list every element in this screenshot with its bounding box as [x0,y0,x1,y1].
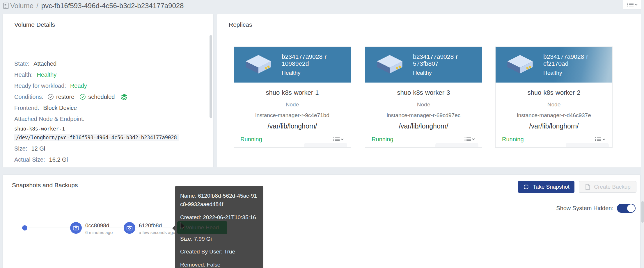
take-snapshot-button[interactable]: Take Snapshot [518,181,574,193]
replica-status: Running [372,136,393,143]
replica-actions-menu-button[interactable] [464,137,476,142]
snapshot-node[interactable] [124,222,135,234]
replica-name: b234177a9028-r-10989e2d [282,53,351,67]
page-scrollbar-track[interactable] [641,0,644,268]
divider [11,203,632,203]
tooltip-removed: Removed: False [180,261,258,268]
replica-disk-path: /var/lib/longhorn/ [365,122,482,130]
snapshots-panel: Snapshots and Backups Take Snapshot Crea… [2,174,641,268]
replica-menu-hover-bg [435,143,478,147]
breadcrumb-volume-name: pvc-fb16f593-496d-4c56-b3d2-b234177a9028 [41,2,184,10]
toggle-knob [627,204,635,212]
replica-instance-manager: instance-manager-r-69cd97ec [365,112,482,119]
condition-scheduled-label: scheduled [88,94,115,100]
replica-node-type: Node [365,101,482,108]
actual-size-value: 16.2 Gi [49,156,68,163]
disk-icon [375,54,404,75]
replica-card-header: b234177a9028-r-573fb807 Healthy [365,47,482,83]
snapshot-time-ago: a few seconds ago [139,230,175,235]
replica-node: shuo-k8s-worker-1 [234,89,351,97]
replica-card: b234177a9028-r-cf2170ad Healthy shuo-k8s… [495,47,613,148]
size-label: Size: [14,145,27,152]
disk-icon [505,54,535,75]
check-circle-icon [79,94,86,100]
replica-instance-manager: instance-manager-r-9c4e71bd [234,112,351,119]
replica-disk-path: /var/lib/longhorn/ [234,122,351,130]
health-value: Healthy [37,72,56,78]
take-snapshot-label: Take Snapshot [533,184,570,190]
replica-actions-menu-button[interactable] [333,137,344,142]
replica-status: Running [240,136,262,143]
check-circle-icon [47,94,54,100]
detail-row-endpoint-label: Attached Node & Endpoint: [14,113,205,124]
replica-health: Healthy [413,70,482,76]
list-caret-icon [333,137,344,142]
replica-health: Healthy [282,70,351,76]
create-backup-button[interactable]: Create Backup [579,181,636,193]
endpoint-node: shuo-k8s-worker-1 [14,124,205,133]
list-caret-icon [464,137,476,142]
replica-actions-menu-button[interactable] [594,137,606,142]
snapshot-name: 0cc8098d [85,222,109,229]
detail-row-health: Health: Healthy [14,69,205,80]
snapshot-tooltip: Name: 6120fb8d-562d-45ac-91c8-9932aaed48… [175,186,263,268]
replicas-title: Replicas [229,21,252,28]
frontend-value: Block Device [43,105,77,111]
show-system-hidden-row: Show System Hidden: [556,204,636,213]
replica-menu-hover-bg [566,143,609,147]
detail-row-data-locality: Data Locality: disabled [14,165,205,168]
snapshot-name: 6120fb8d [139,222,162,229]
detail-row-frontend: Frontend: Block Device [14,102,205,113]
tooltip-arrow [172,226,175,231]
condition-restore[interactable]: restore [47,94,74,100]
health-label: Health: [14,72,33,78]
ready-value: Ready [70,83,87,89]
camera-icon [126,225,133,231]
layers-icon[interactable] [121,93,128,100]
endpoint-device: /dev/longhorn/pvc-fb16f593-496d-4c56-b3d… [14,133,205,142]
list-caret-icon [594,137,606,142]
show-system-hidden-label: Show System Hidden: [556,205,613,212]
condition-restore-label: restore [56,94,74,100]
breadcrumb-section[interactable]: Volume [10,2,33,10]
page-scrollbar-thumb[interactable] [641,201,644,223]
replica-status: Running [502,136,524,143]
replica-card-footer: Running [234,131,351,147]
snapshot-node[interactable] [70,222,82,234]
timeline-start-dot [22,225,27,231]
tooltip-name: Name: 6120fb8d-562d-45ac-91c8-9932aaed48… [180,192,258,209]
detail-row-size: Size: 12 Gi [14,143,205,154]
mouse-cursor [180,222,187,232]
replica-card-footer: Running [365,131,482,147]
backup-file-icon [585,184,590,190]
volume-details-title: Volume Details [14,21,55,28]
volume-details-panel: Volume Details State: Attached Health: H… [2,14,214,168]
detail-row-state: State: Attached [14,58,205,69]
replica-health: Healthy [543,70,612,76]
longhorn-volume-page: Volume / pvc-fb16f593-496d-4c56-b3d2-b23… [0,0,644,268]
list-caret-icon [627,2,638,7]
replica-node: shuo-k8s-worker-3 [365,89,482,97]
tooltip-created-by-user: Created By User: True [180,248,258,256]
state-label: State: [14,60,29,67]
detail-row-ready: Ready for workload: Ready [14,80,205,91]
size-value: 12 Gi [31,145,45,152]
replica-card-header: b234177a9028-r-10989e2d Healthy [234,47,351,83]
ready-label: Ready for workload: [14,83,66,89]
replica-card: b234177a9028-r-10989e2d Healthy shuo-k8s… [234,47,351,148]
show-system-hidden-toggle[interactable] [617,204,636,213]
snapshot-time-ago: 6 minutes ago [85,230,113,235]
snapshot-scan-icon [523,184,529,190]
replica-name: b234177a9028-r-573fb807 [413,53,482,67]
replica-card: b234177a9028-r-573fb807 Healthy shuo-k8s… [365,47,482,148]
page-actions-menu-button[interactable] [623,0,642,9]
condition-scheduled[interactable]: scheduled [79,94,115,100]
data-locality-value: disabled [54,167,75,168]
detail-row-conditions: Conditions: restore scheduled [14,91,205,102]
replica-name: b234177a9028-r-cf2170ad [543,53,612,67]
tooltip-created: Created: 2022-06-21T10:35:16Z [180,213,258,230]
replica-disk-path: /var/lib/longhorn/ [496,122,612,130]
create-backup-label: Create Backup [594,184,631,190]
volume-icon [3,2,9,9]
details-scrollbar[interactable] [210,35,212,118]
